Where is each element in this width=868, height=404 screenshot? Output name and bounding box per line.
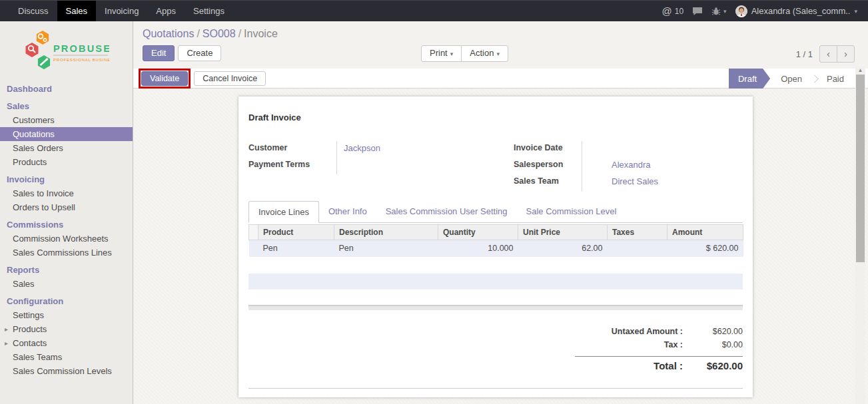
nav-item-invoicing[interactable]: Invoicing <box>96 1 147 21</box>
sidebar-item-products[interactable]: Products <box>0 155 133 169</box>
activity-at-icon: @ <box>662 5 672 17</box>
navbar-systray: @ 10 ▾ <box>662 1 868 21</box>
column-header-product[interactable]: Product <box>258 225 334 240</box>
nav-item-apps[interactable]: Apps <box>147 1 185 21</box>
sidebar-item-sales-orders[interactable]: Sales Orders <box>0 141 133 155</box>
column-header-description[interactable]: Description <box>334 225 438 240</box>
invoice-date-label: Invoice Date <box>514 141 582 152</box>
sidebar-item-sales-to-invoice[interactable]: Sales to Invoice <box>0 186 133 200</box>
total-value: $620.00 <box>691 360 743 371</box>
nav-item-settings[interactable]: Settings <box>185 1 233 21</box>
sidebar-item-orders-to-upsell[interactable]: Orders to Upsell <box>0 200 133 214</box>
cell-unit-price[interactable]: 62.00 <box>518 240 608 257</box>
empty-line-strip <box>248 274 743 290</box>
sidebar-item-customers[interactable]: Customers <box>0 113 133 127</box>
sidebar-item-config-products[interactable]: ▸Products <box>0 322 133 336</box>
tab-invoice-lines[interactable]: Invoice Lines <box>248 201 319 223</box>
invoice-title: Draft Invoice <box>248 112 743 122</box>
row-handle-cell <box>249 240 258 257</box>
breadcrumb-so008[interactable]: SO008 <box>203 28 236 39</box>
scrollbar-thumb[interactable] <box>856 75 865 262</box>
tab-other-info[interactable]: Other Info <box>319 201 376 222</box>
sidebar-item-sales-commission-levels[interactable]: Sales Commission Levels <box>0 364 133 378</box>
nav-item-discuss[interactable]: Discuss <box>9 1 57 21</box>
print-button[interactable]: Print▾ <box>421 45 462 62</box>
logo-tagline-text: PROFESSIONAL BUSINESS <box>53 57 109 62</box>
sidebar-item-commission-worksheets[interactable]: Commission Worksheets <box>0 232 133 246</box>
sidebar-item-quotations[interactable]: Quotations <box>0 127 133 141</box>
sidebar-header-invoicing: Invoicing <box>0 172 133 186</box>
cancel-invoice-button[interactable]: Cancel Invoice <box>194 71 266 86</box>
totals-divider <box>575 356 743 357</box>
action-button[interactable]: Action▾ <box>461 45 508 62</box>
top-navbar: Discuss Sales Invoicing Apps Settings @ … <box>0 0 868 21</box>
company-logo: PROBUSE PROFESSIONAL BUSINESS <box>24 30 109 75</box>
totals-block: Untaxed Amount : $620.00 Tax : $0.00 Tot… <box>575 327 743 373</box>
tab-sales-commission-user-setting[interactable]: Sales Commission User Setting <box>376 201 517 222</box>
horizontal-scrollbar[interactable] <box>248 305 743 310</box>
scroll-up-arrow-icon[interactable]: ▲ <box>855 67 865 75</box>
salesperson-value[interactable]: Alexandra <box>582 158 743 174</box>
untaxed-amount-label: Untaxed Amount : <box>575 327 691 336</box>
sidebar-item-settings[interactable]: Settings <box>0 308 133 322</box>
nav-item-sales[interactable]: Sales <box>57 1 97 21</box>
stage-paid[interactable]: Paid <box>816 69 855 89</box>
sidebar: PROBUSE PROFESSIONAL BUSINESS Dashboard … <box>0 21 133 404</box>
cell-description[interactable]: Pen <box>334 240 438 257</box>
payment-terms-value[interactable] <box>336 158 496 174</box>
chevron-down-icon: ▾ <box>723 8 727 15</box>
cell-taxes[interactable] <box>608 240 667 257</box>
breadcrumb-current: Invoice <box>244 28 278 39</box>
vertical-scrollbar[interactable]: ▲ <box>855 67 865 404</box>
user-menu[interactable]: Alexandra (Sales_comm.. ▾ <box>735 5 857 17</box>
chevron-down-icon: ▾ <box>450 51 454 57</box>
sales-team-value[interactable]: Direct Sales <box>582 174 743 191</box>
create-button[interactable]: Create <box>178 45 221 61</box>
debug-menu[interactable]: ▾ <box>711 7 727 16</box>
statusbar: Validate Cancel Invoice Draft Open Paid <box>133 69 868 89</box>
sidebar-item-sales-commissions-lines[interactable]: Sales Commissions Lines <box>0 246 133 260</box>
sidebar-header-reports: Reports <box>0 263 133 277</box>
sidebar-header-dashboard: Dashboard <box>0 82 133 96</box>
stage-open[interactable]: Open <box>770 69 813 89</box>
messages-icon <box>692 7 703 16</box>
breadcrumb: Quotations/SO008/Invoice <box>133 21 868 40</box>
column-header-amount[interactable]: Amount <box>667 225 743 240</box>
navbar-menus: Discuss Sales Invoicing Apps Settings <box>0 1 233 21</box>
column-header-unit-price[interactable]: Unit Price <box>518 225 608 240</box>
cell-amount[interactable]: $ 620.00 <box>667 240 743 257</box>
sidebar-item-label: Products <box>13 324 47 334</box>
breadcrumb-quotations[interactable]: Quotations <box>143 28 194 39</box>
sidebar-item-reports-sales[interactable]: Sales <box>0 277 133 291</box>
sidebar-item-sales-teams[interactable]: Sales Teams <box>0 350 133 364</box>
stage-draft[interactable]: Draft <box>729 69 770 89</box>
pager: 1 / 1 ‹ › <box>796 45 855 63</box>
sidebar-item-contacts[interactable]: ▸Contacts <box>0 336 133 350</box>
invoice-date-value[interactable] <box>582 141 743 158</box>
cell-product[interactable]: Pen <box>258 240 334 257</box>
sidebar-header-configuration: Configuration <box>0 294 133 308</box>
validate-button[interactable]: Validate <box>141 71 188 86</box>
expand-chevron-icon: ▸ <box>5 337 8 349</box>
table-row[interactable]: Pen Pen 10.000 62.00 $ 620.00 <box>249 240 743 257</box>
column-header-quantity[interactable]: Quantity <box>438 225 518 240</box>
customer-value[interactable]: Jackpson <box>336 141 496 158</box>
notebook-tabs: Invoice Lines Other Info Sales Commissio… <box>248 201 743 223</box>
sidebar-header-commissions: Commissions <box>0 218 133 232</box>
cell-quantity[interactable]: 10.000 <box>438 240 518 257</box>
pager-previous-button[interactable]: ‹ <box>819 45 837 63</box>
action-buttons: Print▾ Action▾ <box>421 45 508 62</box>
app-window: Discuss Sales Invoicing Apps Settings @ … <box>0 0 868 404</box>
pager-next-button[interactable]: › <box>837 45 855 63</box>
logo-brand-text: PROBUSE <box>53 43 109 54</box>
print-label: Print <box>430 48 448 58</box>
messages-menu[interactable] <box>692 7 703 16</box>
column-header-taxes[interactable]: Taxes <box>608 225 667 240</box>
annotation-validate-highlight: Validate <box>139 69 191 89</box>
activity-menu[interactable]: @ 10 <box>662 5 684 17</box>
content-area: Draft Invoice Customer Jackpson Payment … <box>133 89 868 404</box>
edit-button[interactable]: Edit <box>143 45 175 61</box>
activity-count: 10 <box>675 7 683 16</box>
tab-sale-commission-level[interactable]: Sale Commission Level <box>517 201 626 222</box>
invoice-fields: Customer Jackpson Payment Terms Invoice … <box>248 141 743 191</box>
